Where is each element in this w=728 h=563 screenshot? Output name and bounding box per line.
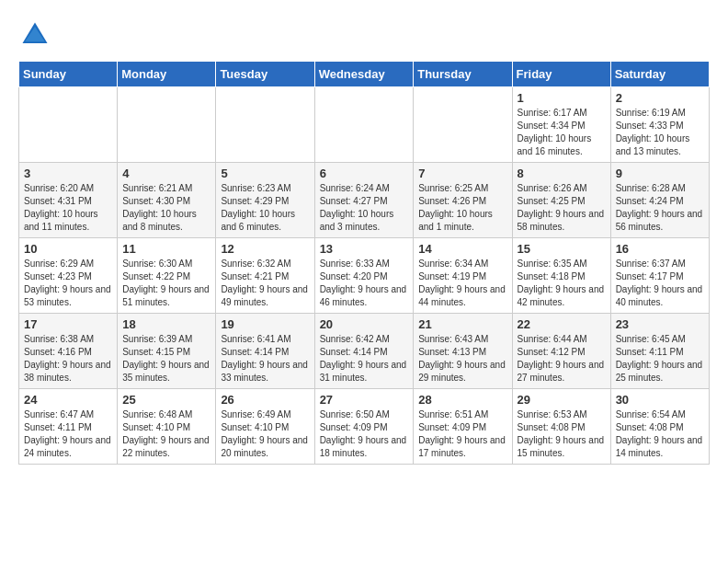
calendar-cell [314,87,414,163]
calendar-cell: 16Sunrise: 6:37 AMSunset: 4:17 PMDayligh… [610,238,709,314]
day-number: 10 [24,242,112,256]
calendar-cell: 8Sunrise: 6:26 AMSunset: 4:25 PMDaylight… [512,163,610,238]
day-info: Sunrise: 6:26 AMSunset: 4:25 PMDaylight:… [518,182,606,234]
day-info: Sunrise: 6:50 AMSunset: 4:09 PMDaylight:… [320,408,409,460]
calendar-cell: 17Sunrise: 6:38 AMSunset: 4:16 PMDayligh… [19,314,118,389]
day-info: Sunrise: 6:34 AMSunset: 4:19 PMDaylight:… [418,258,506,309]
day-number: 20 [320,317,409,331]
calendar-cell: 4Sunrise: 6:21 AMSunset: 4:30 PMDaylight… [118,163,216,238]
day-info: Sunrise: 6:21 AMSunset: 4:30 PMDaylight:… [122,182,210,234]
day-number: 15 [518,242,606,256]
calendar-cell: 27Sunrise: 6:50 AMSunset: 4:09 PMDayligh… [314,389,414,465]
calendar-cell: 15Sunrise: 6:35 AMSunset: 4:18 PMDayligh… [512,238,610,314]
calendar-header-sunday: Sunday [19,62,118,87]
day-info: Sunrise: 6:54 AMSunset: 4:08 PMDaylight:… [616,408,704,460]
day-info: Sunrise: 6:25 AMSunset: 4:26 PMDaylight:… [418,182,506,234]
calendar-cell: 24Sunrise: 6:47 AMSunset: 4:11 PMDayligh… [19,389,118,465]
calendar-week-2: 3Sunrise: 6:20 AMSunset: 4:31 PMDaylight… [19,163,710,238]
day-number: 24 [24,393,112,407]
day-info: Sunrise: 6:41 AMSunset: 4:14 PMDaylight:… [221,333,309,385]
day-info: Sunrise: 6:49 AMSunset: 4:10 PMDaylight:… [221,408,309,460]
day-info: Sunrise: 6:45 AMSunset: 4:11 PMDaylight:… [616,333,704,385]
day-number: 30 [616,393,704,407]
day-info: Sunrise: 6:44 AMSunset: 4:12 PMDaylight:… [518,333,606,385]
calendar-week-4: 17Sunrise: 6:38 AMSunset: 4:16 PMDayligh… [19,314,710,389]
day-number: 16 [616,242,704,256]
calendar-cell [414,87,512,163]
calendar-header-row: SundayMondayTuesdayWednesdayThursdayFrid… [19,62,710,87]
day-info: Sunrise: 6:24 AMSunset: 4:27 PMDaylight:… [320,182,409,234]
calendar-cell: 30Sunrise: 6:54 AMSunset: 4:08 PMDayligh… [610,389,709,465]
day-number: 1 [518,91,606,105]
day-info: Sunrise: 6:23 AMSunset: 4:29 PMDaylight:… [221,182,309,234]
calendar-cell: 25Sunrise: 6:48 AMSunset: 4:10 PMDayligh… [118,389,216,465]
day-info: Sunrise: 6:35 AMSunset: 4:18 PMDaylight:… [518,258,606,309]
day-info: Sunrise: 6:33 AMSunset: 4:20 PMDaylight:… [320,258,409,309]
day-info: Sunrise: 6:42 AMSunset: 4:14 PMDaylight:… [320,333,409,385]
day-info: Sunrise: 6:28 AMSunset: 4:24 PMDaylight:… [616,182,704,234]
calendar-cell: 10Sunrise: 6:29 AMSunset: 4:23 PMDayligh… [19,238,118,314]
day-info: Sunrise: 6:20 AMSunset: 4:31 PMDaylight:… [24,182,112,234]
calendar-cell: 7Sunrise: 6:25 AMSunset: 4:26 PMDaylight… [414,163,512,238]
day-number: 6 [320,167,409,180]
logo [18,18,55,52]
calendar-week-5: 24Sunrise: 6:47 AMSunset: 4:11 PMDayligh… [19,389,710,465]
calendar-week-1: 1Sunrise: 6:17 AMSunset: 4:34 PMDaylight… [19,87,710,163]
calendar-cell: 11Sunrise: 6:30 AMSunset: 4:22 PMDayligh… [118,238,216,314]
day-info: Sunrise: 6:53 AMSunset: 4:08 PMDaylight:… [518,408,606,460]
day-number: 9 [616,167,704,180]
calendar-cell: 14Sunrise: 6:34 AMSunset: 4:19 PMDayligh… [414,238,512,314]
calendar-cell [216,87,314,163]
day-number: 11 [122,242,210,256]
day-number: 26 [221,393,309,407]
calendar-cell: 2Sunrise: 6:19 AMSunset: 4:33 PMDaylight… [610,87,709,163]
day-info: Sunrise: 6:29 AMSunset: 4:23 PMDaylight:… [24,258,112,309]
day-info: Sunrise: 6:47 AMSunset: 4:11 PMDaylight:… [24,408,112,460]
day-number: 4 [122,167,210,180]
day-info: Sunrise: 6:39 AMSunset: 4:15 PMDaylight:… [122,333,210,385]
calendar-cell: 23Sunrise: 6:45 AMSunset: 4:11 PMDayligh… [610,314,709,389]
day-info: Sunrise: 6:37 AMSunset: 4:17 PMDaylight:… [616,258,704,309]
day-info: Sunrise: 6:19 AMSunset: 4:33 PMDaylight:… [616,107,704,158]
day-number: 21 [418,317,506,331]
day-number: 29 [518,393,606,407]
day-number: 18 [122,317,210,331]
calendar-cell: 13Sunrise: 6:33 AMSunset: 4:20 PMDayligh… [314,238,414,314]
calendar-header-wednesday: Wednesday [314,62,414,87]
calendar-cell: 5Sunrise: 6:23 AMSunset: 4:29 PMDaylight… [216,163,314,238]
day-number: 5 [221,167,309,180]
day-number: 17 [24,317,112,331]
day-number: 23 [616,317,704,331]
day-number: 2 [616,91,704,105]
calendar-cell: 19Sunrise: 6:41 AMSunset: 4:14 PMDayligh… [216,314,314,389]
calendar-header-thursday: Thursday [414,62,512,87]
day-number: 19 [221,317,309,331]
day-info: Sunrise: 6:17 AMSunset: 4:34 PMDaylight:… [518,107,606,158]
day-info: Sunrise: 6:51 AMSunset: 4:09 PMDaylight:… [418,408,506,460]
day-number: 28 [418,393,506,407]
calendar-cell: 1Sunrise: 6:17 AMSunset: 4:34 PMDaylight… [512,87,610,163]
day-number: 3 [24,167,112,180]
day-info: Sunrise: 6:30 AMSunset: 4:22 PMDaylight:… [122,258,210,309]
calendar-cell: 20Sunrise: 6:42 AMSunset: 4:14 PMDayligh… [314,314,414,389]
day-number: 8 [518,167,606,180]
calendar-cell: 26Sunrise: 6:49 AMSunset: 4:10 PMDayligh… [216,389,314,465]
calendar-cell: 9Sunrise: 6:28 AMSunset: 4:24 PMDaylight… [610,163,709,238]
day-info: Sunrise: 6:43 AMSunset: 4:13 PMDaylight:… [418,333,506,385]
calendar-cell: 29Sunrise: 6:53 AMSunset: 4:08 PMDayligh… [512,389,610,465]
page-header [18,18,710,52]
calendar-header-friday: Friday [512,62,610,87]
calendar-week-3: 10Sunrise: 6:29 AMSunset: 4:23 PMDayligh… [19,238,710,314]
calendar-cell [118,87,216,163]
calendar-cell: 3Sunrise: 6:20 AMSunset: 4:31 PMDaylight… [19,163,118,238]
calendar-cell: 28Sunrise: 6:51 AMSunset: 4:09 PMDayligh… [414,389,512,465]
day-number: 13 [320,242,409,256]
day-info: Sunrise: 6:38 AMSunset: 4:16 PMDaylight:… [24,333,112,385]
day-number: 12 [221,242,309,256]
calendar-cell: 21Sunrise: 6:43 AMSunset: 4:13 PMDayligh… [414,314,512,389]
calendar-cell: 18Sunrise: 6:39 AMSunset: 4:15 PMDayligh… [118,314,216,389]
calendar-header-tuesday: Tuesday [216,62,314,87]
calendar-cell: 6Sunrise: 6:24 AMSunset: 4:27 PMDaylight… [314,163,414,238]
calendar-header-saturday: Saturday [610,62,709,87]
calendar-cell: 12Sunrise: 6:32 AMSunset: 4:21 PMDayligh… [216,238,314,314]
